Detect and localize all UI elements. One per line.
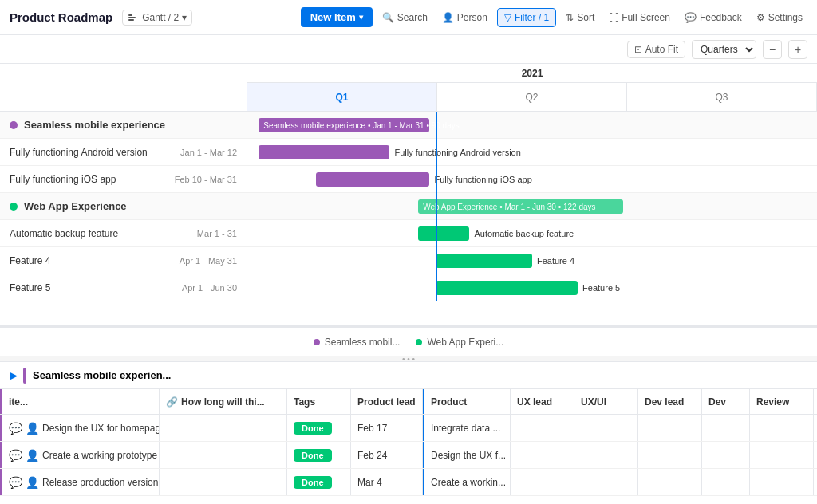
cell-row1-tags[interactable]: Done [287, 415, 351, 441]
person-icon-r2[interactable]: 👤 [26, 449, 39, 462]
cell-row2-tags[interactable]: Done [287, 442, 351, 468]
gantt-row-1[interactable]: Fully functioning Android version Jan 1 … [0, 139, 247, 166]
bar-android[interactable]: Fully functioning Android version [259, 145, 389, 159]
bar-ios-label: Fully functioning iOS app [434, 175, 531, 184]
bar-backup-label: Automatic backup feature [474, 229, 574, 238]
zoom-out-button[interactable]: − [763, 40, 782, 59]
legend-item-1: Seamless mobil... [314, 337, 401, 348]
person-button[interactable]: 👤 Person [437, 9, 492, 26]
th-dev: Dev [702, 389, 750, 414]
gantt-row-2[interactable]: Fully functioning iOS app Feb 10 - Mar 3… [0, 166, 247, 193]
row3-label: Automatic backup feature [10, 228, 118, 239]
cell-row1-lead: Feb 17 [351, 415, 423, 441]
table-body: 💬 👤 Design the UX for homepage Done Feb … [0, 415, 817, 504]
gantt-row-4[interactable]: Feature 4 Apr 1 - May 31 [0, 247, 247, 274]
person-icon-r3[interactable]: 👤 [26, 476, 39, 489]
cell-row2-dev [702, 442, 750, 468]
bars-group2-row: Web App Experience • Mar 1 - Jun 30 • 12… [247, 193, 817, 220]
timeline-q1: Q1 [247, 83, 437, 111]
sort-button[interactable]: ⇅ Sort [561, 9, 599, 26]
gantt-main: Seamless mobile experience Fully functio… [0, 64, 817, 327]
comment-icon-r2[interactable]: 💬 [9, 449, 22, 462]
th-ux-lead: UX lead [511, 389, 574, 414]
cell-row3-product: Create a workin... [423, 469, 511, 495]
gantt-legend: Seamless mobil... Web App Experi... [0, 327, 817, 356]
subitems-message: Where are my subitems? [0, 301, 247, 325]
person-icon-r1[interactable]: 👤 [26, 422, 39, 435]
bar-feature4[interactable]: Feature 4 [436, 254, 532, 268]
settings-icon: ⚙ [756, 12, 765, 23]
group2-label: Web App Experience [24, 200, 127, 212]
cell-row1-review [750, 415, 814, 441]
search-button[interactable]: 🔍 Search [377, 9, 432, 26]
left-spacer [0, 64, 247, 112]
row2-label: Fully functioning iOS app [10, 174, 116, 185]
th-product-lead: Product lead [351, 389, 423, 414]
quarters-select[interactable]: QuartersMonthsWeeks [692, 40, 756, 59]
svg-rect-0 [128, 14, 132, 16]
th-name: ite... [0, 389, 160, 414]
bar-feature4-label: Feature 4 [537, 256, 574, 266]
group-collapse-icon[interactable]: ▶ [10, 370, 17, 381]
auto-fit-button[interactable]: ⊡ Auto Fit [627, 41, 685, 58]
gantt-bars-area: Seamless mobile experience • Jan 1 - Mar… [247, 112, 817, 301]
comment-icon-r3[interactable]: 💬 [9, 476, 22, 489]
feedback-button[interactable]: 💬 Feedback [680, 9, 747, 26]
gantt-badge[interactable]: Gantt / 2 ▾ [122, 10, 192, 26]
link-icon: 🔗 [166, 396, 178, 408]
search-icon: 🔍 [382, 12, 394, 23]
gantt-group-row-2[interactable]: Web App Experience [0, 193, 247, 220]
timeline-q2: Q2 [437, 83, 627, 111]
gantt-row-3[interactable]: Automatic backup feature Mar 1 - 31 [0, 220, 247, 247]
bar-webapp-group[interactable]: Web App Experience • Mar 1 - Jun 30 • 12… [418, 199, 623, 214]
legend-dot-1 [314, 339, 320, 345]
gantt-group-row-1[interactable]: Seamless mobile experience [0, 112, 247, 139]
row4-label: Feature 4 [10, 255, 50, 266]
zoom-in-button[interactable]: + [788, 40, 807, 59]
new-item-button[interactable]: New Item ▾ [301, 7, 373, 27]
th-tags: Tags [287, 389, 351, 414]
gantt-row-5[interactable]: Feature 5 Apr 1 - Jun 30 [0, 274, 247, 301]
row4-date: Apr 1 - May 31 [180, 256, 237, 266]
cell-row2-uxui [574, 442, 638, 468]
gantt-label: Gantt / 2 [142, 12, 179, 23]
bar-android-label: Fully functioning Android version [394, 148, 520, 157]
cell-row3-tags[interactable]: Done [287, 469, 351, 495]
table-group-header: ▶ Seamless mobile experien... [0, 362, 817, 389]
badge-done-r2: Done [294, 449, 332, 462]
settings-button[interactable]: ⚙ Settings [752, 9, 807, 26]
gantt-left-panel: Seamless mobile experience Fully functio… [0, 64, 247, 325]
feedback-icon: 💬 [685, 12, 697, 23]
bar-feature5[interactable]: Feature 5 [436, 281, 578, 295]
th-dev-lead: Dev lead [638, 389, 702, 414]
filter-button[interactable]: ▽ Filter / 1 [497, 8, 556, 27]
th-product: Product [423, 389, 511, 414]
comment-icon-r1[interactable]: 💬 [9, 422, 22, 435]
add-row-button[interactable]: + Add [0, 496, 817, 504]
fullscreen-button[interactable]: ⛶ Full Screen [604, 9, 675, 26]
row5-label: Feature 5 [10, 282, 50, 293]
gantt-right-panel: 2021 Q1 Q2 Q3 Seamless mobile experience… [247, 64, 817, 325]
gantt-toolbar: ⊡ Auto Fit QuartersMonthsWeeks − + [0, 35, 817, 64]
cell-row2-ux [511, 442, 574, 468]
bar-backup[interactable]: Automatic backup feature [418, 226, 469, 241]
timeline-header: 2021 Q1 Q2 Q3 [247, 64, 817, 112]
top-header: Product Roadmap Gantt / 2 ▾ New Item ▾ 🔍… [0, 0, 817, 35]
today-line [436, 112, 437, 301]
cell-row3-name: 💬 👤 Release production version (beta) [0, 469, 160, 495]
table-header: ite... 🔗 How long will thi... Tags Produ… [0, 389, 817, 415]
cell-row2-name: 💬 👤 Create a working prototype [0, 442, 160, 468]
svg-rect-2 [128, 19, 134, 21]
row5-date: Apr 1 - Jun 30 [182, 283, 237, 293]
legend-dot-2 [416, 339, 422, 345]
table-group-label: Seamless mobile experien... [33, 369, 171, 381]
bar-ios[interactable]: Fully functioning iOS app [316, 172, 430, 187]
cell-row3-review [750, 469, 814, 495]
table-row-2: 💬 👤 Create a working prototype Done Feb … [0, 442, 817, 469]
bar-seamless-group[interactable]: Seamless mobile experience • Jan 1 - Mar… [259, 118, 429, 132]
cell-row1-name: 💬 👤 Design the UX for homepage [0, 415, 160, 441]
resize-handle[interactable]: • • • [0, 356, 817, 362]
cell-row2-dev-lead [638, 442, 702, 468]
bottom-table: ▶ Seamless mobile experien... ite... 🔗 H… [0, 362, 817, 504]
bars-row-3: Automatic backup feature [247, 220, 817, 247]
